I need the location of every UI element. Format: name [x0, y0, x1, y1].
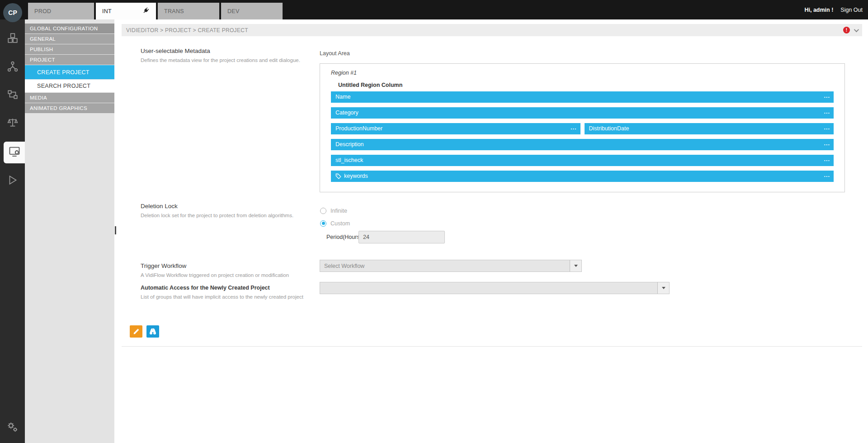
sidebar-splitter[interactable]	[115, 226, 116, 234]
sidebar-item-media[interactable]: MEDIA	[25, 93, 114, 103]
region-column-title: Untitled Region Column	[338, 82, 402, 88]
metadata-fields: Name ... Category ... ProductionNumber .…	[331, 91, 834, 186]
sidebar-item-label: SEARCH PROJECT	[37, 83, 90, 89]
sidebar-item-general[interactable]: GENERAL	[25, 34, 114, 44]
field-label: ProductionNumber	[335, 123, 382, 134]
metadata-field-production-number[interactable]: ProductionNumber ...	[331, 123, 580, 134]
action-buttons	[130, 325, 159, 338]
breadcrumb-bar: VIDIEDITOR > PROJECT > CREATE PROJECT !	[122, 24, 862, 36]
tab-trans[interactable]: TRANS	[158, 3, 219, 19]
deletion-lock-section-header: Deletion Lock Deletion lock set for the …	[141, 203, 308, 218]
topbar: PROD INT TRANS DEV Hi, admin ! Sign Out	[0, 0, 868, 19]
period-hours-input[interactable]	[359, 231, 445, 243]
vidieditor-config-icon	[8, 145, 21, 160]
field-options-button[interactable]: ...	[824, 91, 830, 102]
tab-prod[interactable]: PROD	[28, 3, 94, 19]
tab-dev[interactable]: DEV	[221, 3, 283, 19]
rail-item-scales[interactable]	[0, 114, 25, 133]
workflow-dropdown[interactable]: Select Workflow	[320, 260, 582, 272]
metadata-field-keywords[interactable]: keywords ...	[331, 171, 834, 182]
sidebar-item-project[interactable]: PROJECT	[25, 55, 114, 65]
tab-dev-label: DEV	[227, 8, 240, 14]
custom-radio-label: Custom	[330, 220, 350, 227]
auto-access-dropdown[interactable]	[320, 282, 670, 294]
tag-icon	[335, 173, 341, 179]
binoculars-icon	[149, 328, 156, 335]
auto-access-section-header: Automatic Access for the Newly Created P…	[141, 285, 330, 300]
custom-radio[interactable]	[320, 220, 326, 227]
tab-trans-label: TRANS	[164, 8, 184, 14]
breadcrumb: VIDIEDITOR > PROJECT > CREATE PROJECT	[126, 27, 248, 33]
rail-item-network[interactable]	[0, 57, 25, 77]
chevron-down-icon[interactable]	[854, 27, 859, 32]
tab-int[interactable]: INT	[96, 3, 156, 19]
user-greeting: Hi, admin !	[804, 7, 833, 13]
deletion-lock-description: Deletion lock set for the project to pro…	[141, 213, 308, 218]
metadata-field-name[interactable]: Name ...	[331, 91, 834, 103]
app-logo[interactable]: CP	[3, 3, 22, 22]
network-icon	[7, 61, 19, 74]
sidebar-item-animated-graphics[interactable]: ANIMATED GRAPHICS	[25, 103, 114, 113]
trigger-workflow-title: Trigger Workflow	[141, 262, 330, 269]
sidebar-item-search-project[interactable]: SEARCH PROJECT	[25, 80, 114, 92]
field-options-button[interactable]: ...	[824, 106, 830, 118]
sidebar-item-label: PROJECT	[30, 57, 55, 62]
app-logo-text: CP	[8, 9, 17, 16]
rail-item-vidieditor[interactable]	[4, 142, 25, 163]
settings-gears-icon	[6, 420, 19, 435]
layout-area-label: Layout Area	[320, 50, 350, 57]
region-title: Region #1	[331, 70, 357, 76]
user-area: Hi, admin ! Sign Out	[804, 0, 863, 19]
field-options-button[interactable]: ...	[824, 154, 830, 165]
field-options-button[interactable]: ...	[824, 170, 830, 181]
period-hours-label: Period(Hours)	[326, 234, 362, 240]
workflow-dropdown-value: Select Workflow	[320, 263, 570, 269]
player-icon	[7, 174, 19, 188]
metadata-field-description[interactable]: Description ...	[331, 139, 834, 150]
infinite-radio[interactable]	[320, 208, 326, 214]
edit-button[interactable]	[130, 325, 142, 338]
field-label: keywords	[344, 171, 368, 182]
search-groups-button[interactable]	[146, 325, 159, 338]
workflow-icon	[7, 89, 19, 102]
auto-access-title: Automatic Access for the Newly Created P…	[141, 285, 330, 291]
rail-item-workflow[interactable]	[0, 86, 25, 105]
sidebar-item-label: ANIMATED GRAPHICS	[30, 105, 87, 111]
sign-out-link[interactable]: Sign Out	[840, 7, 863, 13]
deletion-lock-options: Infinite Custom	[320, 207, 350, 232]
tab-int-label: INT	[102, 8, 112, 14]
sidebar: GLOBAL CONFIGURATION GENERAL PUBLISH PRO…	[25, 19, 114, 443]
sidebar-item-label: GLOBAL CONFIGURATION	[30, 26, 98, 31]
field-label: Description	[335, 139, 364, 150]
rail-item-system-settings[interactable]	[0, 418, 25, 438]
dropdown-caret-icon[interactable]	[657, 282, 669, 294]
content-divider	[122, 346, 862, 347]
field-options-button[interactable]: ...	[571, 122, 576, 133]
metadata-field-stl-ischeck[interactable]: stl_ischeck ...	[331, 155, 834, 166]
dropdown-caret-icon[interactable]	[570, 260, 581, 272]
metadata-field-category[interactable]: Category ...	[331, 107, 834, 119]
rail-item-modules[interactable]	[0, 29, 25, 49]
sidebar-item-global-configuration[interactable]: GLOBAL CONFIGURATION	[25, 24, 114, 33]
infinite-radio-label: Infinite	[330, 208, 347, 214]
sidebar-item-publish[interactable]: PUBLISH	[25, 44, 114, 54]
modules-icon	[7, 32, 19, 46]
trigger-workflow-description: A VidiFlow Workflow triggered on project…	[141, 272, 330, 278]
field-label: DistributionDate	[589, 123, 629, 134]
sidebar-item-create-project[interactable]: CREATE PROJECT	[25, 65, 114, 79]
metadata-section-header: User-selectable Metadata Defines the met…	[141, 48, 308, 63]
scales-icon	[7, 117, 19, 130]
field-options-button[interactable]: ...	[824, 122, 830, 133]
error-icon[interactable]: !	[843, 27, 850, 33]
tab-prod-label: PROD	[34, 8, 51, 14]
metadata-title: User-selectable Metadata	[141, 48, 308, 54]
plug-icon	[142, 7, 150, 16]
field-options-button[interactable]: ...	[824, 138, 830, 149]
sidebar-item-label: PUBLISH	[30, 47, 53, 52]
field-label: Name	[335, 91, 350, 103]
metadata-field-distribution-date[interactable]: DistributionDate ...	[585, 123, 834, 134]
pencil-icon	[133, 328, 140, 335]
deletion-lock-title: Deletion Lock	[141, 203, 308, 210]
rail-item-player[interactable]	[0, 171, 25, 191]
metadata-description: Defines the metadata view for the projec…	[141, 57, 308, 63]
